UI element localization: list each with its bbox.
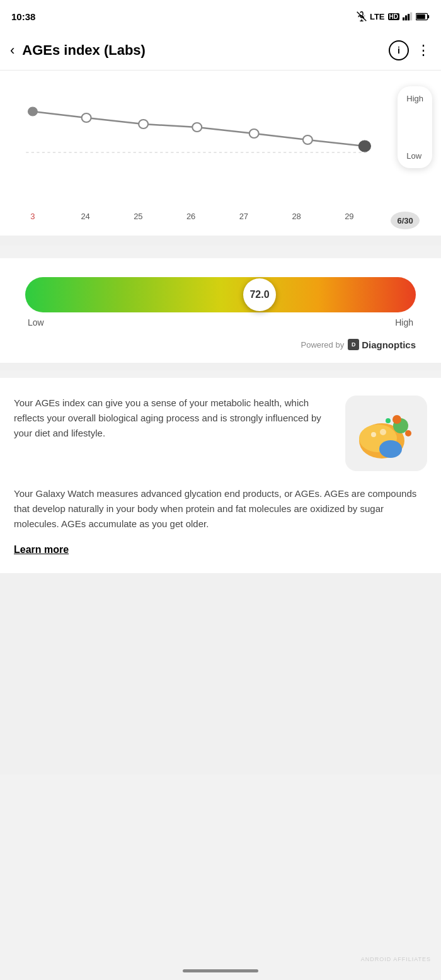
android-watermark: ANDROID AFFILIATES (361, 956, 431, 962)
diagnoptics-icon: D (348, 339, 359, 350)
svg-point-15 (249, 129, 259, 138)
footer-area: ANDROID AFFILIATES (0, 573, 441, 775)
info-button[interactable]: i (389, 40, 409, 60)
svg-point-26 (380, 429, 386, 435)
svg-point-17 (358, 140, 370, 152)
svg-point-11 (28, 107, 37, 116)
brand-name: Diagnoptics (362, 339, 416, 350)
battery-icon (416, 13, 430, 21)
home-indicator[interactable] (183, 969, 258, 972)
info-content: Your AGEs index can give you a sense of … (14, 396, 427, 471)
svg-rect-4 (405, 15, 407, 20)
svg-rect-8 (428, 14, 430, 18)
date-item-5: 28 (285, 212, 308, 229)
date-item-0: 3 (21, 212, 44, 229)
lte-label: LTE (370, 12, 385, 21)
date-item-2: 25 (127, 212, 149, 229)
gauge-bar-container: 72.0 (25, 277, 416, 312)
page-title: AGEs index (Labs) (22, 42, 389, 59)
gauge-low-label: Low (28, 317, 44, 328)
section-divider-1 (0, 236, 441, 246)
menu-button[interactable]: ⋮ (416, 42, 431, 59)
svg-point-22 (392, 415, 401, 424)
info-text-block: Your AGEs index can give you a sense of … (14, 396, 335, 441)
info-paragraph-2: Your Galaxy Watch measures advanced glyc… (14, 486, 427, 532)
svg-rect-6 (410, 13, 412, 21)
date-item-4: 27 (232, 212, 255, 229)
diagnoptics-logo: D Diagnoptics (348, 339, 416, 350)
svg-point-14 (192, 123, 202, 132)
section-divider-2 (0, 363, 441, 370)
svg-rect-5 (408, 14, 410, 20)
gauge-indicator: 72.0 (243, 278, 276, 311)
chart-high-label: High (406, 94, 423, 103)
powered-by-label: Powered by (301, 340, 345, 350)
header: ‹ AGEs index (Labs) i ⋮ (0, 30, 441, 71)
molecule-svg (352, 402, 421, 465)
info-section: Your AGEs index can give you a sense of … (0, 378, 441, 573)
date-item-6: 29 (338, 212, 360, 229)
powered-by: Powered by D Diagnoptics (25, 339, 416, 350)
gauge-high-label: High (395, 317, 413, 328)
gauge-section: 72.0 Low High Powered by D Diagnoptics (0, 258, 441, 363)
header-icons: i ⋮ (389, 40, 431, 60)
svg-point-16 (303, 135, 312, 144)
learn-more-link[interactable]: Learn more (14, 544, 69, 555)
gauge-labels: Low High (25, 317, 416, 328)
svg-point-20 (379, 440, 402, 458)
info-paragraph-1: Your AGEs index can give you a sense of … (14, 396, 335, 441)
svg-point-23 (405, 430, 411, 436)
gauge-value: 72.0 (249, 289, 269, 300)
info-image (345, 396, 427, 471)
status-bar: 10:38 LTE HD (0, 0, 441, 30)
chart-section: High Low 3 24 25 26 27 28 29 6/30 (0, 71, 441, 236)
back-button[interactable]: ‹ (10, 42, 14, 59)
date-item-3: 26 (180, 212, 202, 229)
chart-low-label: Low (406, 151, 423, 161)
chart-svg (13, 83, 428, 184)
chart-area: High Low (0, 83, 441, 209)
svg-point-13 (139, 120, 148, 128)
svg-point-12 (82, 113, 91, 122)
svg-rect-9 (416, 14, 425, 19)
gauge-bar: 72.0 (25, 277, 416, 312)
date-axis: 3 24 25 26 27 28 29 6/30 (0, 212, 441, 229)
signal-icon (403, 12, 413, 21)
chart-callout: High Low (398, 86, 432, 168)
status-icons: LTE HD (357, 11, 430, 21)
status-time: 10:38 (11, 11, 35, 22)
svg-point-25 (371, 432, 376, 437)
date-item-7[interactable]: 6/30 (391, 212, 420, 229)
hd-badge: HD (388, 13, 399, 20)
svg-point-24 (386, 418, 391, 423)
date-item-1: 24 (74, 212, 97, 229)
svg-rect-3 (403, 18, 404, 21)
mute-icon (357, 11, 367, 21)
